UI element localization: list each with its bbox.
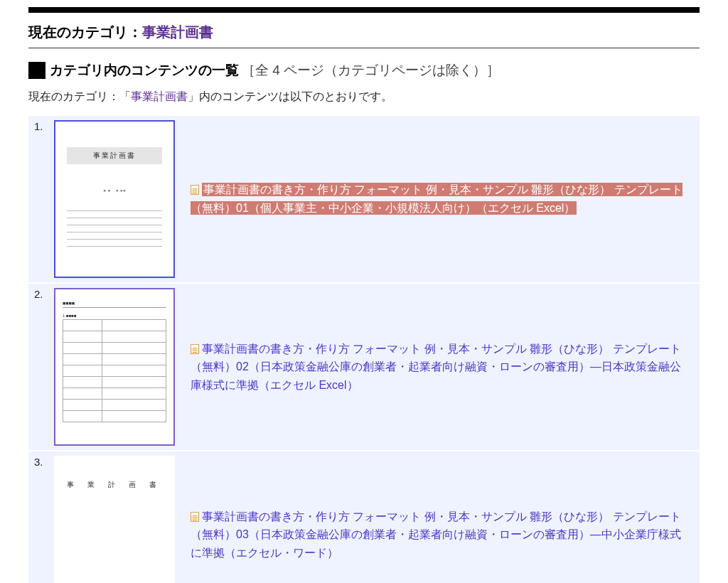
thumbnail-preview[interactable]: 事業計画書 ● ● ● ●● <box>54 120 175 278</box>
thumbnail-doc-section: 1 ■■■■ <box>63 314 166 318</box>
list-item-entry: 事業計画書の書き方・作り方 フォーマット 例・見本・サンプル 雛形（ひな形） テ… <box>191 181 688 217</box>
list-item-link[interactable]: 事業計画書の書き方・作り方 フォーマット 例・見本・サンプル 雛形（ひな形） テ… <box>191 183 682 215</box>
thumbnail-doc: 事 業 計 画 書 <box>54 456 175 490</box>
thumbnail-preview[interactable]: ■■■■ 1 ■■■■ <box>54 288 175 446</box>
list-subheader: カテゴリ内のコンテンツの一覧 ［全 4 ページ（カテゴリページは除く）］ <box>28 61 700 80</box>
top-divider <box>28 7 700 13</box>
list-subheader-title: カテゴリ内のコンテンツの一覧 <box>50 61 239 80</box>
description-line: 現在のカテゴリ：「事業計画書」内のコンテンツは以下のとおりです。 <box>28 90 700 105</box>
thumbnail-preview[interactable]: 事 業 計 画 書 <box>54 456 175 583</box>
category-header-name: 事業計画書 <box>142 24 213 40</box>
list-item: 3. 事 業 計 画 書 事業計画書の書き方・作り方 フォーマット 例・見本・サ… <box>28 451 700 583</box>
list-item-body: 事業計画書の書き方・作り方 フォーマット 例・見本・サンプル 雛形（ひな形） テ… <box>182 451 700 583</box>
list-item-title: 事業計画書の書き方・作り方 フォーマット 例・見本・サンプル 雛形（ひな形） テ… <box>191 183 682 215</box>
list-item-number: 3. <box>28 451 54 583</box>
thumbnail-doc-title: 事業計画書 <box>67 147 162 164</box>
document-icon <box>191 185 199 195</box>
list-item-title: 事業計画書の書き方・作り方 フォーマット 例・見本・サンプル 雛形（ひな形） テ… <box>191 510 681 559</box>
list-item-number: 2. <box>28 284 54 450</box>
document-icon <box>191 512 199 522</box>
content-list: 1. 事業計画書 ● ● ● ●● 事業計画書の書き方・作り方 フォーマット 例… <box>28 116 700 583</box>
list-item: 2. ■■■■ 1 ■■■■ <box>28 284 700 450</box>
thumbnail-doc-table <box>63 319 166 422</box>
description-prefix: 現在のカテゴリ：「 <box>28 90 131 102</box>
thumbnail-doc-fields <box>67 204 162 247</box>
category-header-label: 現在のカテゴリ： <box>28 24 142 40</box>
thumbnail-doc: ■■■■ 1 ■■■■ <box>55 289 173 429</box>
thumbnail-column: ■■■■ 1 ■■■■ <box>54 284 182 450</box>
thumbnail-column: 事業計画書 ● ● ● ●● <box>54 116 182 282</box>
list-item-number: 1. <box>28 116 54 282</box>
thumbnail-column: 事 業 計 画 書 <box>54 451 182 583</box>
list-item-link[interactable]: 事業計画書の書き方・作り方 フォーマット 例・見本・サンプル 雛形（ひな形） テ… <box>191 510 681 559</box>
list-item-body: 事業計画書の書き方・作り方 フォーマット 例・見本・サンプル 雛形（ひな形） テ… <box>182 284 700 450</box>
thumbnail-doc: 事業計画書 ● ● ● ●● <box>55 122 173 247</box>
list-item-title: 事業計画書の書き方・作り方 フォーマット 例・見本・サンプル 雛形（ひな形） テ… <box>191 343 681 391</box>
thumbnail-doc-title: ■■■■ <box>63 301 166 308</box>
thumbnail-doc-title: 事 業 計 画 書 <box>64 480 165 490</box>
description-suffix: 」内のコンテンツは以下のとおりです。 <box>188 90 392 102</box>
list-item-link[interactable]: 事業計画書の書き方・作り方 フォーマット 例・見本・サンプル 雛形（ひな形） テ… <box>191 343 681 391</box>
section-marker-icon <box>28 62 46 79</box>
description-category-link[interactable]: 事業計画書 <box>131 90 188 102</box>
category-header: 現在のカテゴリ：事業計画書 <box>28 23 700 48</box>
list-item-entry: 事業計画書の書き方・作り方 フォーマット 例・見本・サンプル 雛形（ひな形） テ… <box>191 340 688 395</box>
thumbnail-doc-meta: ● ● ● ●● <box>67 187 162 194</box>
list-item: 1. 事業計画書 ● ● ● ●● 事業計画書の書き方・作り方 フォーマット 例… <box>28 116 700 282</box>
document-icon <box>191 344 199 354</box>
list-item-body: 事業計画書の書き方・作り方 フォーマット 例・見本・サンプル 雛形（ひな形） テ… <box>182 116 700 282</box>
list-item-entry: 事業計画書の書き方・作り方 フォーマット 例・見本・サンプル 雛形（ひな形） テ… <box>191 508 688 562</box>
list-subheader-count: ［全 4 ページ（カテゴリページは除く）］ <box>242 61 500 80</box>
